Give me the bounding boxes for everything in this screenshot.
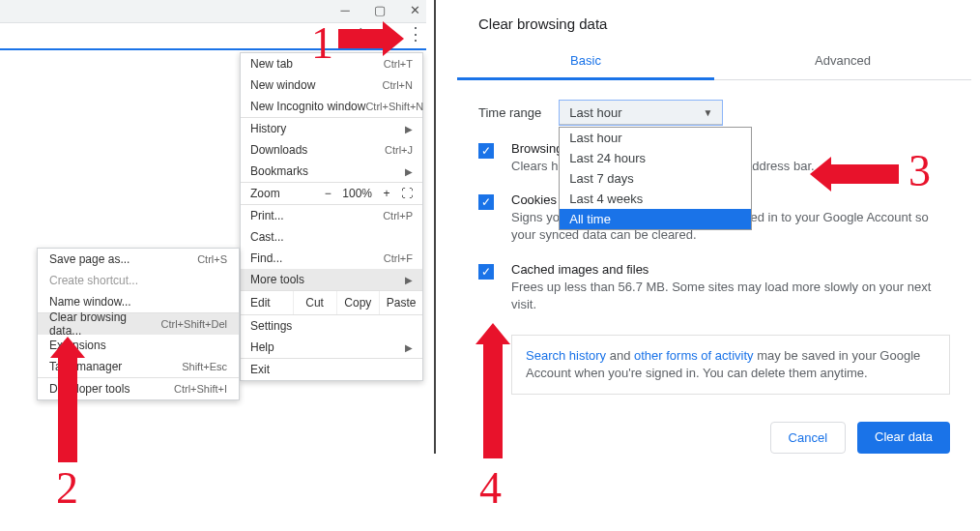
annotation-3: 3 [908, 145, 931, 196]
menu-label: Create shortcut... [49, 274, 138, 287]
check-desc: Frees up less than 56.7 MB. Some sites m… [511, 279, 950, 313]
combo-opt-last-hour[interactable]: Last hour [560, 128, 751, 148]
annotation-4: 4 [479, 462, 502, 514]
menu-shortcut: Ctrl+T [384, 58, 413, 70]
zoom-label: Zoom [250, 187, 280, 200]
menu-shortcut: Shift+Esc [182, 361, 227, 372]
menu-label: Exit [250, 363, 270, 376]
check-title: Cached images and files [511, 262, 950, 277]
menu-label: Settings [250, 319, 292, 333]
submenu-save-page[interactable]: Save page as... Ctrl+S [38, 249, 239, 270]
paste-button[interactable]: Paste [380, 291, 422, 314]
combo-opt-last-7-days[interactable]: Last 7 days [560, 168, 751, 189]
tab-advanced[interactable]: Advanced [714, 44, 971, 79]
menu-new-window[interactable]: New window Ctrl+N [241, 74, 422, 96]
menu-shortcut: Ctrl+J [385, 144, 413, 156]
menu-history[interactable]: History ▶ [241, 118, 422, 139]
kebab-menu-icon[interactable]: ⋮ [407, 29, 424, 39]
combo-opt-last-4-weeks[interactable]: Last 4 weeks [560, 189, 751, 209]
maximize-button[interactable]: ▢ [372, 3, 388, 17]
annotation-1: 1 [311, 17, 333, 69]
menu-shortcut: Ctrl+Shift+N [365, 101, 423, 112]
info-box: Search history and other forms of activi… [511, 335, 950, 395]
menu-shortcut: Ctrl+S [197, 253, 227, 265]
menu-label: History [250, 122, 286, 135]
menu-exit[interactable]: Exit [241, 359, 422, 380]
menu-incognito[interactable]: New Incognito window Ctrl+Shift+N [241, 96, 422, 117]
annotation-2: 2 [56, 462, 78, 514]
tab-basic[interactable]: Basic [457, 44, 714, 79]
menu-label: New tab [250, 57, 293, 71]
fullscreen-icon[interactable]: ⛶ [401, 187, 413, 200]
menu-label: More tools [250, 273, 304, 286]
chrome-main-menu: New tab Ctrl+T New window Ctrl+N New Inc… [240, 52, 423, 381]
dialog-title: Clear browsing data [457, 0, 971, 34]
checkbox-browsing-history[interactable]: ✓ [478, 143, 494, 159]
dropdown-icon: ▼ [703, 107, 712, 118]
search-history-link[interactable]: Search history [526, 348, 606, 363]
zoom-in-button[interactable]: + [380, 187, 393, 200]
chevron-right-icon: ▶ [405, 166, 413, 177]
menu-label: Help [250, 340, 274, 354]
checkbox-cache[interactable]: ✓ [478, 264, 494, 280]
cut-button[interactable]: Cut [294, 291, 337, 314]
time-range-dropdown: Last hour Last 24 hours Last 7 days Last… [559, 127, 752, 230]
chevron-right-icon: ▶ [405, 124, 413, 134]
zoom-out-button[interactable]: − [321, 187, 334, 200]
other-activity-link[interactable]: other forms of activity [634, 348, 754, 363]
menu-shortcut: Ctrl+P [383, 210, 413, 221]
combo-opt-all-time[interactable]: All time [560, 209, 751, 229]
chevron-right-icon: ▶ [405, 342, 413, 353]
close-window-button[interactable]: ✕ [407, 3, 422, 17]
edit-label: Edit [241, 291, 294, 314]
menu-label: Bookmarks [250, 164, 308, 178]
menu-label: Name window... [49, 295, 131, 309]
time-range-select[interactable]: Last hour ▼ Last hour Last 24 hours Last… [559, 100, 723, 126]
menu-label: Cast... [250, 230, 284, 244]
submenu-name-window[interactable]: Name window... [38, 291, 239, 312]
menu-bookmarks[interactable]: Bookmarks ▶ [241, 161, 422, 182]
menu-cast[interactable]: Cast... [241, 226, 422, 248]
submenu-clear-browsing-data[interactable]: Clear browsing data... Ctrl+Shift+Del [38, 313, 239, 335]
checkbox-cookies[interactable]: ✓ [478, 194, 494, 210]
chevron-right-icon: ▶ [405, 275, 413, 285]
menu-shortcut: Ctrl+Shift+I [174, 383, 227, 395]
menu-label: Find... [250, 251, 282, 265]
clear-data-button[interactable]: Clear data [857, 422, 950, 454]
time-range-value: Last hour [569, 105, 621, 120]
menu-print[interactable]: Print... Ctrl+P [241, 205, 422, 226]
menu-downloads[interactable]: Downloads Ctrl+J [241, 139, 422, 161]
menu-label: Clear browsing data... [49, 310, 161, 338]
menu-find[interactable]: Find... Ctrl+F [241, 248, 422, 269]
menu-more-tools[interactable]: More tools ▶ [241, 269, 422, 290]
menu-shortcut: Ctrl+N [383, 79, 413, 91]
cancel-button[interactable]: Cancel [770, 422, 846, 454]
menu-label: New Incognito window [250, 100, 365, 113]
time-range-label: Time range [478, 105, 541, 120]
submenu-create-shortcut[interactable]: Create shortcut... [38, 270, 239, 291]
menu-settings[interactable]: Settings [241, 315, 422, 337]
minimize-button[interactable]: ─ [337, 3, 353, 17]
menu-label: Save page as... [49, 252, 130, 266]
menu-help[interactable]: Help ▶ [241, 337, 422, 358]
menu-zoom: Zoom − 100% + ⛶ [241, 183, 422, 204]
menu-edit-row: Edit Cut Copy Paste [241, 291, 422, 314]
menu-label: Downloads [250, 143, 307, 157]
combo-opt-last-24h[interactable]: Last 24 hours [560, 148, 751, 168]
menu-label: Print... [250, 209, 284, 222]
zoom-value: 100% [342, 187, 372, 200]
menu-shortcut: Ctrl+Shift+Del [161, 318, 227, 330]
copy-button[interactable]: Copy [337, 291, 381, 314]
menu-shortcut: Ctrl+F [384, 252, 413, 264]
menu-label: New window [250, 78, 315, 92]
